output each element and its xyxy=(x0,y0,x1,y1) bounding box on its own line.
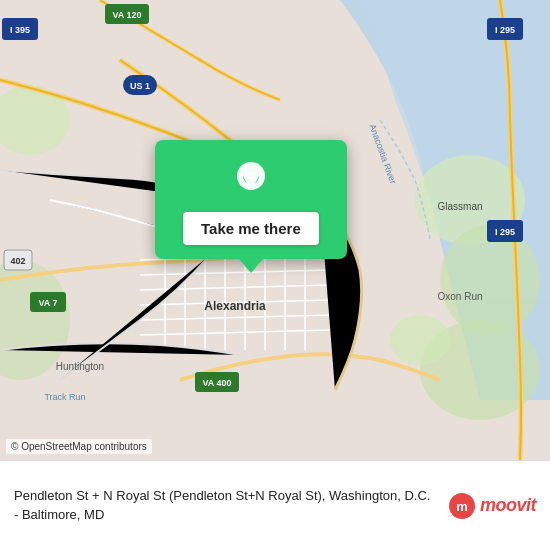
moovit-brand-text: moovit xyxy=(480,495,536,516)
address-text: Pendleton St + N Royal St (Pendleton St+… xyxy=(14,487,438,523)
moovit-logo: m moovit xyxy=(448,492,536,520)
svg-text:VA 120: VA 120 xyxy=(112,10,141,20)
svg-text:US 1: US 1 xyxy=(130,81,150,91)
card-arrow xyxy=(239,259,263,273)
svg-point-6 xyxy=(390,315,450,365)
take-me-there-button[interactable]: Take me there xyxy=(183,212,319,245)
svg-text:I 395: I 395 xyxy=(10,25,30,35)
location-card: Take me there xyxy=(155,140,347,259)
map-container: I 395 VA 120 US 1 I 295 I 295 402 VA 7 V… xyxy=(0,0,550,460)
info-bar: Pendleton St + N Royal St (Pendleton St+… xyxy=(0,460,550,550)
svg-text:VA 400: VA 400 xyxy=(202,378,231,388)
svg-text:Alexandria: Alexandria xyxy=(204,299,266,313)
button-overlay: Take me there xyxy=(155,140,347,273)
svg-text:VA 7: VA 7 xyxy=(38,298,57,308)
svg-text:m: m xyxy=(456,499,468,514)
svg-text:Glassman: Glassman xyxy=(437,201,482,212)
moovit-icon: m xyxy=(448,492,476,520)
svg-text:I 295: I 295 xyxy=(495,25,515,35)
svg-text:Huntington: Huntington xyxy=(56,361,104,372)
svg-text:402: 402 xyxy=(10,256,25,266)
osm-credit: © OpenStreetMap contributors xyxy=(6,439,152,454)
svg-text:I 295: I 295 xyxy=(495,227,515,237)
pin-icon xyxy=(229,158,273,202)
svg-text:Track Run: Track Run xyxy=(44,392,85,402)
svg-text:Oxon Run: Oxon Run xyxy=(437,291,482,302)
